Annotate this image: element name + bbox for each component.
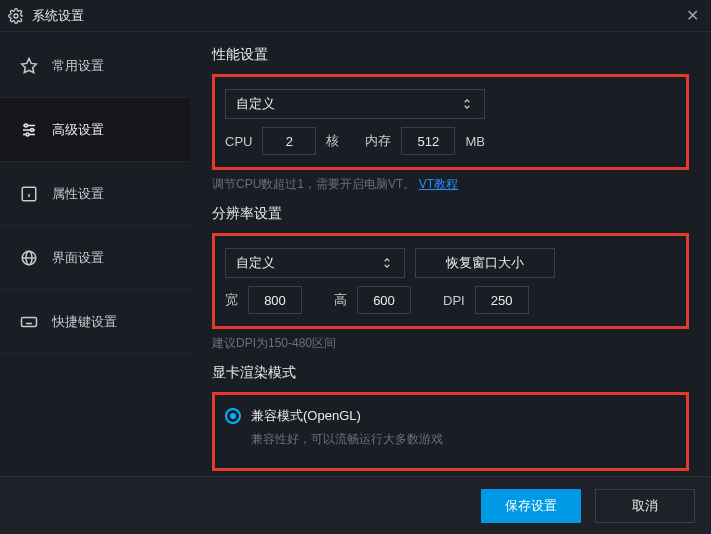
svg-point-7	[26, 133, 29, 136]
gpu-mode-option[interactable]: 兼容模式(OpenGL)	[225, 403, 676, 427]
sidebar-item-ui[interactable]: 界面设置	[0, 226, 190, 290]
width-label: 宽	[225, 291, 238, 309]
sidebar-item-label: 快捷键设置	[52, 313, 117, 331]
width-input[interactable]	[248, 286, 302, 314]
sidebar-item-label: 高级设置	[52, 121, 104, 139]
performance-hint: 调节CPU数超过1，需要开启电脑VT。 VT教程	[212, 176, 689, 193]
sidebar: 常用设置 高级设置 属性设置 界面设置 快捷键设置	[0, 32, 190, 476]
content-panel: 性能设置 自定义 CPU 核 内存 MB 调节CPU数超过1，需要开启电脑VT。…	[190, 32, 711, 476]
vt-tutorial-link[interactable]: VT教程	[419, 177, 458, 191]
svg-point-0	[14, 14, 18, 18]
dpi-label: DPI	[443, 293, 465, 308]
info-icon	[20, 185, 38, 203]
height-label: 高	[334, 291, 347, 309]
sidebar-item-properties[interactable]: 属性设置	[0, 162, 190, 226]
sidebar-item-label: 属性设置	[52, 185, 104, 203]
select-value: 自定义	[236, 254, 275, 272]
highlight-box-resolution: 自定义 恢复窗口大小 宽 高 DPI	[212, 233, 689, 329]
svg-point-5	[25, 124, 28, 127]
gpu-mode-desc: 兼容性好，可以流畅运行大多数游戏	[251, 431, 676, 448]
cpu-input[interactable]	[262, 127, 316, 155]
sidebar-item-label: 界面设置	[52, 249, 104, 267]
sidebar-item-shortcuts[interactable]: 快捷键设置	[0, 290, 190, 354]
footer: 保存设置 取消	[0, 476, 711, 534]
resolution-hint: 建议DPI为150-480区间	[212, 335, 689, 352]
close-icon[interactable]: ✕	[681, 5, 703, 27]
memory-label: 内存	[365, 132, 391, 150]
select-value: 自定义	[236, 95, 275, 113]
sidebar-item-general[interactable]: 常用设置	[0, 34, 190, 98]
svg-rect-14	[22, 317, 37, 326]
memory-unit: MB	[465, 134, 485, 149]
cpu-label: CPU	[225, 134, 252, 149]
keyboard-icon	[20, 313, 38, 331]
dpi-input[interactable]	[475, 286, 529, 314]
section-title-gpu: 显卡渲染模式	[212, 364, 689, 382]
globe-icon	[20, 249, 38, 267]
height-input[interactable]	[357, 286, 411, 314]
sidebar-item-advanced[interactable]: 高级设置	[0, 98, 190, 162]
gear-icon	[8, 8, 24, 24]
sidebar-item-label: 常用设置	[52, 57, 104, 75]
chevron-updown-icon	[380, 256, 394, 270]
save-button[interactable]: 保存设置	[481, 489, 581, 523]
section-title-performance: 性能设置	[212, 46, 689, 64]
star-icon	[20, 57, 38, 75]
radio-icon[interactable]	[225, 408, 241, 424]
sliders-icon	[20, 121, 38, 139]
resolution-preset-select[interactable]: 自定义	[225, 248, 405, 278]
svg-point-6	[31, 128, 34, 131]
gpu-mode-label: 兼容模式(OpenGL)	[251, 407, 361, 425]
memory-input[interactable]	[401, 127, 455, 155]
cancel-button[interactable]: 取消	[595, 489, 695, 523]
restore-window-size-button[interactable]: 恢复窗口大小	[415, 248, 555, 278]
performance-preset-select[interactable]: 自定义	[225, 89, 485, 119]
section-title-resolution: 分辨率设置	[212, 205, 689, 223]
cpu-unit: 核	[326, 132, 339, 150]
titlebar: 系统设置 ✕	[0, 0, 711, 32]
chevron-updown-icon	[460, 97, 474, 111]
svg-marker-1	[22, 58, 37, 72]
window-title: 系统设置	[32, 7, 84, 25]
highlight-box-gpu: 兼容模式(OpenGL) 兼容性好，可以流畅运行大多数游戏	[212, 392, 689, 471]
highlight-box-performance: 自定义 CPU 核 内存 MB	[212, 74, 689, 170]
